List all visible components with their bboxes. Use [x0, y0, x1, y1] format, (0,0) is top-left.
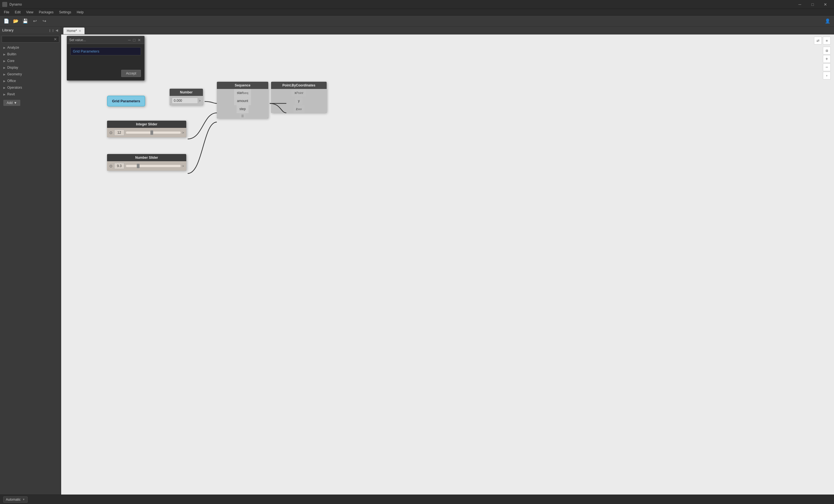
menu-view[interactable]: View [23, 9, 36, 16]
canvas-tool-1[interactable]: ⇄ [814, 37, 822, 44]
sidebar-collapse[interactable]: ◀ [55, 29, 59, 32]
app-icon [2, 2, 7, 7]
zoom-controls: ⊡ + − + [823, 47, 831, 80]
close-button[interactable]: ✕ [819, 0, 832, 9]
accept-button[interactable]: Accept [121, 70, 141, 77]
menu-edit[interactable]: Edit [12, 9, 23, 16]
dialog-footer: Accept [67, 70, 144, 80]
title-bar: Dynamo ─ □ ✕ [0, 0, 834, 9]
dialog-close[interactable]: ✕ [136, 38, 142, 42]
num-slider-thumb[interactable] [137, 164, 139, 168]
redo-button[interactable]: ↪ [40, 17, 48, 25]
sidebar-item-office[interactable]: ▶ Office [0, 78, 61, 84]
canvas-tool-2[interactable]: ≡ [823, 37, 831, 44]
sequence-out-label: seq [243, 91, 248, 94]
sidebar-ctrl-2[interactable]: | [52, 29, 54, 32]
sidebar-item-analyze[interactable]: ▶ Analyze [0, 44, 61, 51]
dialog-input[interactable] [70, 47, 141, 55]
num-slider-port-out: > [182, 164, 184, 168]
new-file-button[interactable]: 📄 [2, 17, 10, 25]
int-slider-header: Integer Slider [107, 120, 186, 128]
num-slider-value[interactable]: 9.3 [114, 163, 124, 169]
sequence-amount-row: amount [234, 97, 251, 105]
menu-bar: File Edit View Packages Settings Help [0, 9, 834, 16]
point-y-label: y [298, 99, 300, 103]
search-clear-icon[interactable]: ✕ [54, 37, 57, 41]
run-mode-selector[interactable]: Automatic ▼ [3, 497, 27, 503]
node-number-slider[interactable]: Number Slider ⊙ 9.3 > [107, 154, 186, 171]
expand-icon: ▶ [3, 86, 5, 89]
sidebar-item-geometry[interactable]: ▶ Geometry [0, 71, 61, 78]
sequence-start-label: start [237, 91, 243, 95]
int-slider-value[interactable]: 12 [114, 130, 124, 136]
sidebar-item-builtin[interactable]: ▶ Builtin [0, 51, 61, 58]
node-sequence[interactable]: Sequence start seq amount step ||| [217, 82, 268, 118]
sequence-node-header: Sequence [217, 82, 268, 89]
number-value[interactable]: 0.000 [172, 97, 198, 104]
search-bar: ✕ [0, 34, 61, 44]
run-mode-arrow: ▼ [22, 498, 25, 501]
add-button[interactable]: Add ▼ [3, 100, 20, 106]
zoom-in-button[interactable]: + [823, 55, 831, 63]
point-z-row: z xxx [293, 105, 305, 113]
expand-icon: ▶ [3, 80, 5, 83]
zoom-fit-button[interactable]: ⊡ [823, 47, 831, 54]
zoom-extra-button[interactable]: + [823, 72, 831, 80]
expand-icon: ▶ [3, 60, 5, 63]
sidebar-item-display[interactable]: ▶ Display [0, 64, 61, 71]
point-x-row: x Point [292, 89, 306, 97]
expand-icon: ▶ [3, 46, 5, 49]
num-slider-track[interactable] [126, 165, 181, 167]
dialog-maximize[interactable]: □ [132, 38, 136, 42]
tab-close-icon[interactable]: ✕ [79, 29, 81, 33]
node-integer-slider[interactable]: Integer Slider ⊙ 12 > [107, 120, 186, 137]
menu-help[interactable]: Help [74, 9, 86, 16]
sequence-amount-label: amount [237, 99, 248, 103]
tab-home[interactable]: Home* ✕ [63, 27, 85, 34]
toolbar-right: 👤 [824, 17, 832, 25]
number-node-header: Number [170, 89, 203, 96]
zoom-out-button[interactable]: − [823, 63, 831, 71]
int-slider-expand-icon[interactable]: ⊙ [109, 130, 113, 135]
sidebar-item-revit[interactable]: ▶ Revit [0, 91, 61, 97]
toolbar: 📄 📂 💾 ↩ ↪ 👤 [0, 16, 834, 27]
dialog-body [67, 44, 144, 70]
expand-icon: ▶ [3, 93, 5, 96]
num-slider-body: ⊙ 9.3 > [107, 161, 186, 171]
point-node-header: Point.ByCoordinates [271, 82, 327, 89]
menu-packages[interactable]: Packages [36, 9, 57, 16]
minimize-button[interactable]: ─ [793, 0, 806, 9]
run-mode-label: Automatic [6, 498, 21, 502]
status-bar: Automatic ▼ [0, 495, 834, 504]
dialog-minimize[interactable]: ─ [127, 38, 132, 42]
int-slider-port-out: > [182, 131, 184, 134]
menu-settings[interactable]: Settings [57, 9, 74, 16]
canvas-area[interactable]: ⇄ ≡ ⊡ + − + Set value... ─ □ ✕ [61, 35, 834, 495]
search-input[interactable] [2, 36, 59, 43]
number-node-body: 0.000 > [170, 96, 203, 105]
add-button-row: Add ▼ [0, 97, 61, 108]
sequence-start-row: start seq [234, 89, 251, 97]
sidebar-ctrl-1[interactable]: | [49, 29, 51, 32]
node-point-by-coordinates[interactable]: Point.ByCoordinates x Point y z xxx [271, 82, 327, 113]
sidebar-item-operators[interactable]: ▶ Operators [0, 84, 61, 91]
sidebar-item-core[interactable]: ▶ Core [0, 58, 61, 64]
int-slider-track[interactable] [126, 131, 181, 134]
menu-file[interactable]: File [1, 9, 12, 16]
undo-button[interactable]: ↩ [30, 17, 39, 25]
node-grid-params[interactable]: Grid Parameters [107, 96, 145, 107]
expand-icon: ▶ [3, 73, 5, 76]
expand-icon: ▶ [3, 66, 5, 69]
sequence-step-label: step [239, 107, 246, 111]
int-slider-thumb[interactable] [150, 130, 153, 135]
expand-icon: ▶ [3, 53, 5, 56]
open-file-button[interactable]: 📂 [12, 17, 20, 25]
dialog-title-bar: Set value... ─ □ ✕ [67, 36, 144, 44]
sidebar: Library | | ◀ ✕ ▶ Analyze ▶ Builtin ▶ Co… [0, 27, 61, 495]
node-number[interactable]: Number 0.000 > [170, 89, 203, 105]
maximize-button[interactable]: □ [806, 0, 819, 9]
grid-params-label: Grid Parameters [112, 99, 140, 103]
profile-button[interactable]: 👤 [824, 17, 832, 25]
num-slider-expand-icon[interactable]: ⊙ [109, 164, 113, 168]
save-file-button[interactable]: 💾 [21, 17, 29, 25]
